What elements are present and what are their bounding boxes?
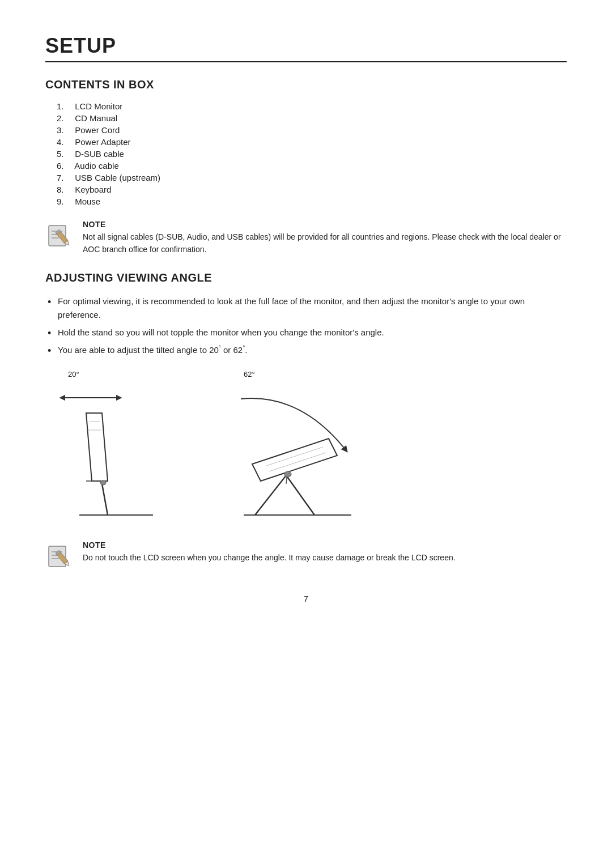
svg-point-15 <box>100 480 106 485</box>
adjusting-bullets: For optimal viewing, it is recommended t… <box>45 295 567 356</box>
contents-list: 1. LCD Monitor 2. CD Manual 3. Power Cor… <box>57 101 567 206</box>
svg-point-22 <box>284 471 291 477</box>
note2-label: NOTE <box>83 541 456 550</box>
list-item: 6. Audio cable <box>57 161 567 171</box>
svg-line-18 <box>286 475 314 515</box>
diagram1-svg <box>45 382 176 524</box>
adjusting-title: ADJUSTING VIEWING ANGLE <box>45 271 567 284</box>
note-icon <box>45 221 75 250</box>
diagrams-row: 20° <box>45 370 567 524</box>
diagram-62deg: 62° <box>210 370 385 524</box>
bullet-item: You are able to adjust the tilted angle … <box>45 343 567 356</box>
note-pencil-icon2 <box>45 542 75 571</box>
list-item: 1. LCD Monitor <box>57 101 567 111</box>
title-divider <box>45 61 567 62</box>
diagram2-svg <box>210 382 385 524</box>
svg-line-23 <box>286 477 287 484</box>
svg-marker-19 <box>252 439 337 481</box>
bullet-item: Hold the stand so you will not topple th… <box>45 326 567 339</box>
contents-in-box-title: CONTENTS IN BOX <box>45 78 567 91</box>
list-item: 5. D-SUB cable <box>57 149 567 159</box>
note2-content: NOTE Do not touch the LCD screen when yo… <box>83 541 456 564</box>
list-item: 7. USB Cable (upstream) <box>57 173 567 182</box>
list-item: 9. Mouse <box>57 197 567 206</box>
note-icon2 <box>45 542 75 571</box>
note1-label: NOTE <box>83 220 567 229</box>
note2-text: Do not touch the LCD screen when you cha… <box>83 552 456 564</box>
diagram2-label: 62° <box>244 370 255 378</box>
page-title: SETUP <box>45 34 567 58</box>
list-item: 2. CD Manual <box>57 113 567 123</box>
svg-line-10 <box>102 484 108 515</box>
diagram1-label: 20° <box>68 370 79 378</box>
list-item: 4. Power Adapter <box>57 137 567 147</box>
list-item: 3. Power Cord <box>57 125 567 135</box>
list-item: 8. Keyboard <box>57 185 567 194</box>
note2-box: NOTE Do not touch the LCD screen when yo… <box>45 541 567 571</box>
note-pencil-icon <box>45 221 75 250</box>
svg-line-17 <box>255 475 286 515</box>
bullet-item: For optimal viewing, it is recommended t… <box>45 295 567 321</box>
note1-text: Not all signal cables (D-SUB, Audio, and… <box>83 231 567 256</box>
page-number: 7 <box>45 594 567 603</box>
note1-box: NOTE Not all signal cables (D-SUB, Audio… <box>45 220 567 256</box>
svg-marker-11 <box>86 413 108 481</box>
note1-content: NOTE Not all signal cables (D-SUB, Audio… <box>83 220 567 256</box>
diagram-20deg: 20° <box>45 370 176 524</box>
adjusting-section: ADJUSTING VIEWING ANGLE For optimal view… <box>45 271 567 571</box>
